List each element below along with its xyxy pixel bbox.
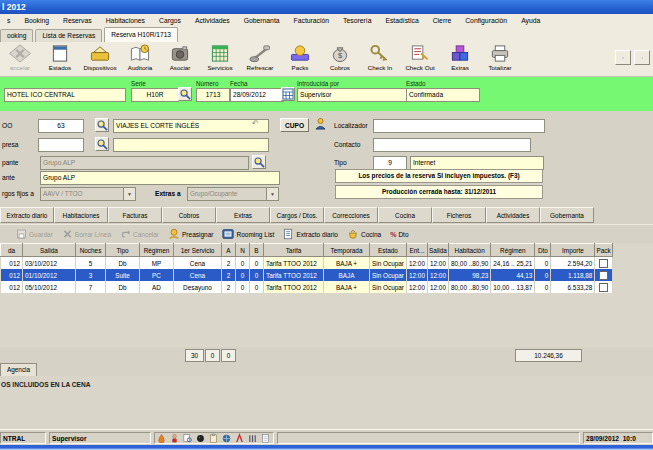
toolbar-button-refrescar[interactable]: Refrescar	[240, 44, 280, 71]
menu-item-gobernanta[interactable]: Gobernanta	[237, 14, 287, 27]
titular-field[interactable]: Grupo ALP	[40, 156, 249, 170]
menu-item-tesorer-a[interactable]: Tesorería	[336, 14, 378, 27]
pack-checkbox[interactable]	[599, 283, 608, 292]
menu-item-habitaciones[interactable]: Habitaciones	[99, 14, 152, 27]
toolbar-button-estados[interactable]: Estados	[40, 44, 80, 71]
menu-item-reservas[interactable]: Reservas	[56, 14, 99, 27]
menu-item-configuraci-n[interactable]: Configuración	[458, 14, 514, 27]
hotel-field[interactable]: HOTEL ICO CENTRAL	[4, 88, 126, 102]
column-header[interactable]: Noches	[76, 244, 106, 257]
column-header[interactable]: Salida	[23, 244, 76, 257]
toolbar-button-check-in[interactable]: Check In	[360, 44, 400, 71]
column-header[interactable]: Ent...	[406, 244, 427, 257]
nav-first-icon[interactable]	[615, 50, 631, 65]
localizador-input[interactable]	[373, 119, 545, 133]
ball-icon[interactable]	[196, 433, 205, 444]
column-header[interactable]: Pack	[595, 244, 612, 257]
ttoo-search-button[interactable]	[95, 118, 109, 132]
doc-tab-reserva-h10r-1713[interactable]: Reserva H10R/1713	[104, 27, 178, 42]
column-header[interactable]: Habitación	[448, 244, 490, 257]
toolbar-button-servicios[interactable]: Servicios	[200, 44, 240, 71]
grid-button-borrar-l-nea[interactable]: Borrar Línea	[62, 228, 111, 240]
grid-button-cancelar[interactable]: Cancelar	[120, 228, 159, 240]
table-row[interactable]: 01201/10/20123SuitePCCena200Tarifa TTOO …	[1, 269, 613, 281]
toolbar-button-auditoria[interactable]: Auditoria	[120, 44, 160, 71]
column-header[interactable]: Tipo	[106, 244, 140, 257]
column-header[interactable]: 1er Servicio	[174, 244, 222, 257]
doc-icon[interactable]	[261, 433, 270, 444]
menu-item-s[interactable]: s	[0, 14, 17, 27]
tab-cargos-dtos-[interactable]: Cargos / Dtos.	[270, 207, 324, 223]
tab-correcciones[interactable]: Correcciones	[324, 207, 378, 223]
pack-checkbox[interactable]	[599, 271, 608, 280]
tipo-code-field[interactable]: 9	[373, 156, 407, 170]
tab-actividades[interactable]: Actividades	[486, 207, 540, 223]
nav-prev-icon[interactable]	[634, 50, 650, 65]
tab-facturas[interactable]: Facturas	[108, 207, 162, 223]
ttoo-name-field[interactable]: VIAJES EL CORTE INGLÉS	[113, 119, 269, 133]
tab-extras[interactable]: Extras	[216, 207, 270, 223]
toolbar-button-ancelar[interactable]: ancelar	[0, 44, 40, 71]
menu-item-estad-stica[interactable]: Estadística	[378, 14, 425, 27]
tab-cocina[interactable]: Cocina	[378, 207, 432, 223]
table-row[interactable]: 01205/10/20127DbADDesayuno200Tarifa TTOO…	[1, 281, 613, 293]
column-header[interactable]: A	[222, 244, 236, 257]
empresa-code-field[interactable]	[38, 138, 84, 152]
notes-area[interactable]: OS INCLUIDOS EN LA CENA	[0, 376, 653, 429]
person-icon[interactable]	[170, 433, 179, 444]
tab-gobernanta[interactable]: Gobernanta	[540, 207, 594, 223]
doc-tab-ooking[interactable]: ooking	[0, 29, 33, 42]
calendar-icon[interactable]	[281, 87, 295, 101]
toolbar-button-packs[interactable]: Packs	[280, 44, 320, 71]
empresa-search-button[interactable]	[95, 137, 109, 151]
column-header[interactable]: da	[1, 244, 23, 257]
tab-habitaciones[interactable]: Habitaciones	[54, 207, 108, 223]
tab-agencia[interactable]: Agencia	[0, 363, 37, 376]
clipboard-icon[interactable]	[209, 433, 218, 444]
column-header[interactable]: Estado	[370, 244, 407, 257]
table-row[interactable]: 01203/10/20125DbMPCena200Tarifa TTOO 201…	[1, 257, 613, 270]
pack-checkbox[interactable]	[599, 259, 608, 268]
column-header[interactable]: Temporada	[324, 244, 370, 257]
fecha-field[interactable]: 28/09/2012	[230, 88, 284, 102]
bars-icon[interactable]	[248, 433, 257, 444]
search-doc-icon[interactable]	[183, 433, 192, 444]
toolbar-button-cobros[interactable]: $Cobros	[320, 44, 360, 71]
menu-item-actividades[interactable]: Actividades	[188, 14, 237, 27]
flame-icon[interactable]	[157, 433, 166, 444]
grid-button-cocina[interactable]: Cocina	[347, 228, 381, 240]
column-header[interactable]: Régimen	[491, 244, 535, 257]
cupo-button[interactable]: CUPO	[280, 118, 309, 132]
column-header[interactable]: N	[236, 244, 250, 257]
serie-field[interactable]: H10R	[131, 88, 179, 102]
column-header[interactable]: Dto	[535, 244, 551, 257]
column-header[interactable]: Régimen	[140, 244, 174, 257]
tab-extracto-diario[interactable]: Extracto diario	[0, 207, 54, 223]
empresa-name-field[interactable]	[113, 138, 269, 152]
globe-icon[interactable]	[222, 433, 231, 444]
grid-button-guardar[interactable]: Guardar	[16, 228, 53, 240]
tipo-name-field[interactable]: Internet	[410, 156, 544, 170]
toolbar-button-extras[interactable]: Extras	[440, 44, 480, 71]
grid-button-dto[interactable]: %Dto	[390, 231, 408, 238]
toolbar-button-totalizar[interactable]: Totalizar	[480, 44, 520, 71]
marker-icon[interactable]	[235, 433, 244, 444]
grid-button-rooming-list[interactable]: Rooming List	[222, 228, 274, 240]
menu-item-cargos[interactable]: Cargos	[152, 14, 188, 27]
menu-item-facturaci-n[interactable]: Facturación	[287, 14, 337, 27]
person-icon[interactable]	[314, 117, 327, 130]
tab-cobros[interactable]: Cobros	[162, 207, 216, 223]
toolbar-button-asociar[interactable]: Asociar	[160, 44, 200, 71]
column-header[interactable]: B	[250, 244, 264, 257]
column-header[interactable]: Importe	[551, 244, 595, 257]
doc-tab-lista-de-reservas[interactable]: Lista de Reservas	[35, 29, 102, 42]
column-header[interactable]: Salida	[427, 244, 448, 257]
contacto-input[interactable]	[373, 138, 531, 152]
ttoo-code-field[interactable]: 63	[38, 119, 84, 133]
tab-ficheros[interactable]: Ficheros	[432, 207, 486, 223]
titular-search-button[interactable]	[252, 155, 266, 169]
menu-item-ayuda[interactable]: Ayuda	[514, 14, 547, 27]
column-header[interactable]: Tarifa	[264, 244, 324, 257]
magnifier-icon[interactable]	[178, 87, 192, 101]
menu-item-booking[interactable]: Booking	[17, 14, 56, 27]
